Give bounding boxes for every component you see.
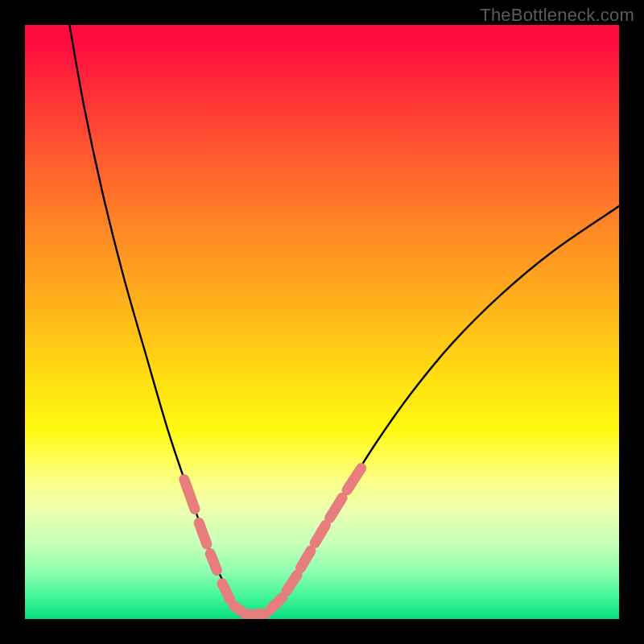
marker-pill: [270, 597, 283, 609]
bottleneck-curve: [69, 25, 619, 617]
marker-pill: [210, 554, 217, 571]
chart-frame: TheBottleneck.com: [0, 0, 644, 644]
marker-pill: [199, 522, 207, 544]
plot-area: [25, 25, 619, 619]
watermark-text: TheBottleneck.com: [480, 5, 634, 26]
marker-pill: [222, 584, 230, 600]
curve-path: [69, 25, 619, 617]
marker-pill: [315, 525, 325, 543]
marker-pill: [234, 606, 245, 614]
marker-pill: [300, 551, 311, 568]
marker-pill: [330, 497, 343, 518]
marker-pill: [287, 575, 297, 591]
curve-layer: [25, 25, 619, 619]
marker-pill: [347, 469, 361, 490]
marker-pill: [184, 480, 195, 510]
marker-pill: [250, 613, 266, 614]
highlight-markers: [184, 469, 361, 615]
